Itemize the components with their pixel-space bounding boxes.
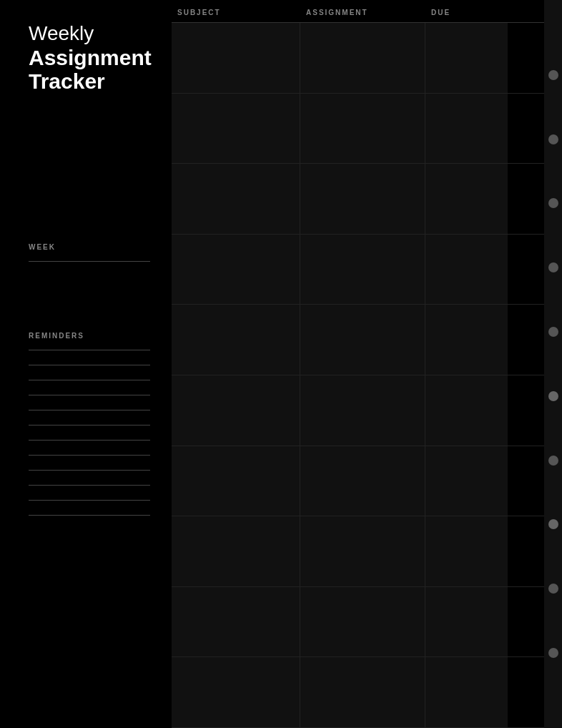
binding-dot-10 bbox=[548, 648, 558, 658]
binding-dot-2 bbox=[548, 134, 558, 144]
binding-dot-3 bbox=[548, 198, 558, 208]
reminder-line-5[interactable] bbox=[29, 410, 150, 410]
table-row bbox=[172, 94, 544, 164]
reminders-label: REMINDERS bbox=[29, 332, 143, 340]
binding-dot-7 bbox=[548, 456, 558, 466]
table-row bbox=[172, 305, 544, 375]
reminder-line-7[interactable] bbox=[29, 440, 150, 441]
cell-assignment-2[interactable] bbox=[300, 94, 425, 164]
week-underline bbox=[29, 261, 150, 262]
cell-subject-3[interactable] bbox=[172, 164, 300, 234]
right-binding bbox=[544, 0, 562, 728]
binding-dot-4 bbox=[548, 262, 558, 272]
reminder-lines bbox=[29, 350, 143, 530]
reminder-line-9[interactable] bbox=[29, 470, 150, 471]
table-row bbox=[172, 516, 544, 587]
cell-due-5[interactable] bbox=[425, 305, 508, 375]
page-wrapper: Weekly Assignment Tracker WEEK REMINDERS bbox=[0, 0, 562, 728]
title-weekly: Weekly bbox=[29, 21, 143, 46]
cell-due-4[interactable] bbox=[425, 235, 508, 305]
cell-due-1[interactable] bbox=[425, 23, 508, 93]
table-row bbox=[172, 164, 544, 235]
binding-dot-1 bbox=[548, 70, 558, 80]
table-row bbox=[172, 587, 544, 658]
cell-assignment-6[interactable] bbox=[300, 375, 425, 446]
cell-assignment-3[interactable] bbox=[300, 164, 425, 234]
binding-dot-9 bbox=[548, 584, 558, 594]
cell-due-9[interactable] bbox=[425, 587, 508, 657]
title-tracker: Tracker bbox=[29, 69, 143, 93]
binding-dot-8 bbox=[548, 519, 558, 529]
reminder-line-6[interactable] bbox=[29, 425, 150, 426]
cell-subject-5[interactable] bbox=[172, 305, 300, 375]
cell-assignment-10[interactable] bbox=[300, 657, 425, 727]
cell-subject-4[interactable] bbox=[172, 235, 300, 305]
cell-due-6[interactable] bbox=[425, 375, 508, 446]
header-assignment: ASSIGNMENT bbox=[300, 9, 425, 16]
week-section: WEEK bbox=[29, 243, 143, 267]
week-label: WEEK bbox=[29, 243, 143, 251]
cell-subject-8[interactable] bbox=[172, 516, 300, 586]
main-content: SUBJECT ASSIGNMENT DUE bbox=[172, 0, 544, 728]
cell-assignment-7[interactable] bbox=[300, 446, 425, 516]
reminder-line-12[interactable] bbox=[29, 515, 150, 516]
cell-subject-7[interactable] bbox=[172, 446, 300, 516]
header-due: DUE bbox=[425, 9, 508, 16]
table-body bbox=[172, 23, 544, 728]
cell-subject-6[interactable] bbox=[172, 375, 300, 446]
reminder-line-4[interactable] bbox=[29, 395, 150, 395]
cell-assignment-4[interactable] bbox=[300, 235, 425, 305]
title-assignment: Assignment bbox=[29, 46, 143, 69]
reminder-line-8[interactable] bbox=[29, 455, 150, 456]
header-subject: SUBJECT bbox=[172, 9, 300, 16]
cell-subject-10[interactable] bbox=[172, 657, 300, 727]
cell-assignment-5[interactable] bbox=[300, 305, 425, 375]
cell-assignment-1[interactable] bbox=[300, 23, 425, 93]
cell-due-10[interactable] bbox=[425, 657, 508, 727]
binding-dot-5 bbox=[548, 327, 558, 337]
cell-assignment-9[interactable] bbox=[300, 587, 425, 657]
cell-subject-2[interactable] bbox=[172, 94, 300, 164]
table-row bbox=[172, 23, 544, 94]
reminder-line-11[interactable] bbox=[29, 500, 150, 501]
table-header: SUBJECT ASSIGNMENT DUE bbox=[172, 0, 544, 23]
table-row bbox=[172, 375, 544, 446]
table-row bbox=[172, 446, 544, 517]
cell-due-3[interactable] bbox=[425, 164, 508, 234]
cell-due-8[interactable] bbox=[425, 516, 508, 586]
reminders-section: REMINDERS bbox=[29, 332, 143, 530]
binding-dot-6 bbox=[548, 391, 558, 401]
table-row bbox=[172, 235, 544, 305]
reminder-line-1[interactable] bbox=[29, 350, 150, 350]
table-row bbox=[172, 657, 544, 728]
title-section: Weekly Assignment Tracker bbox=[29, 21, 143, 93]
reminder-line-10[interactable] bbox=[29, 485, 150, 486]
cell-assignment-8[interactable] bbox=[300, 516, 425, 586]
cell-subject-9[interactable] bbox=[172, 587, 300, 657]
cell-subject-1[interactable] bbox=[172, 23, 300, 93]
reminder-line-2[interactable] bbox=[29, 365, 150, 365]
content-area: Weekly Assignment Tracker WEEK REMINDERS bbox=[0, 0, 562, 728]
reminder-line-3[interactable] bbox=[29, 380, 150, 380]
cell-due-2[interactable] bbox=[425, 94, 508, 164]
sidebar: Weekly Assignment Tracker WEEK REMINDERS bbox=[0, 0, 172, 728]
cell-due-7[interactable] bbox=[425, 446, 508, 516]
